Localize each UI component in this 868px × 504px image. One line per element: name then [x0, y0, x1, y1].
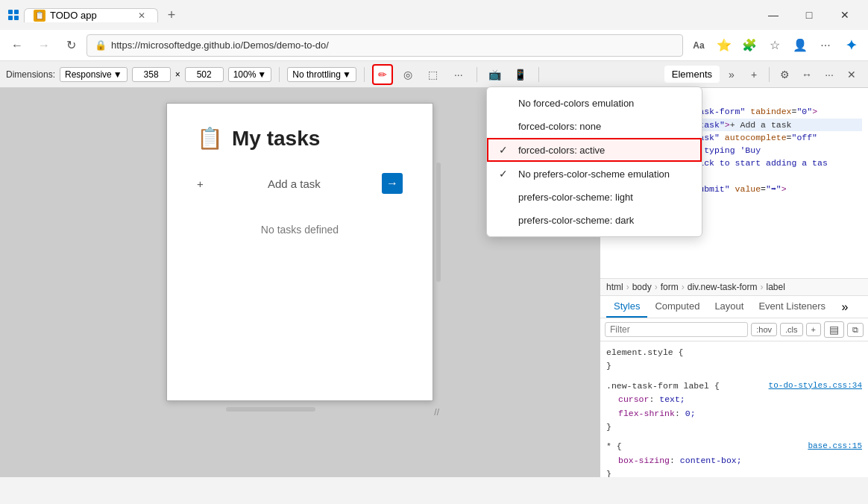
device-select[interactable]: Responsive ▼	[60, 67, 128, 82]
new-task-form-label-rule: .new-task-form label { to-do-styles.css:…	[606, 379, 862, 435]
add-task-row[interactable]: + Add a task →	[197, 173, 403, 194]
more-panel-tabs-button[interactable]: »	[721, 64, 742, 85]
title-bar: 📋 TODO app ✕ + — □ ✕	[0, 0, 868, 30]
devtools-close-button[interactable]: ✕	[841, 64, 862, 85]
scrollbar-horizontal[interactable]	[226, 407, 315, 412]
toggle-style-button[interactable]: ▤	[824, 321, 844, 338]
lock-icon: 🔒	[95, 40, 107, 51]
main-content: 📋 My tasks + Add a task → No tasks defin…	[0, 88, 868, 477]
device-frame-button[interactable]: 📱	[510, 64, 531, 85]
favorites-button[interactable]: ⭐	[713, 34, 735, 57]
more-styles-tabs-button[interactable]: »	[836, 298, 854, 316]
refresh-button[interactable]: ↻	[60, 34, 82, 57]
resize-handle[interactable]: //	[434, 407, 439, 418]
event-listeners-tab[interactable]: Event Listeners	[751, 296, 833, 318]
style-source-1[interactable]: to-do-styles.css:34	[769, 379, 862, 393]
dropdown-label-2: forced-colors: none	[518, 121, 601, 132]
computed-tab[interactable]: Computed	[647, 296, 707, 318]
active-tab[interactable]: 📋 TODO app ✕	[24, 8, 158, 22]
no-tasks-text: No tasks defined	[197, 209, 403, 251]
breadcrumb-sep-4: ›	[761, 282, 764, 292]
dropdown-item-no-forced-colors[interactable]: No forced-colors emulation	[487, 92, 702, 115]
elements-tab[interactable]: Elements	[664, 66, 720, 83]
maximize-button[interactable]: □	[792, 3, 826, 27]
rule-prop-box-sizing: box-sizing: content-box;	[606, 454, 862, 467]
rule-close-1: }	[606, 420, 862, 434]
zoom-select[interactable]: 100% ▼	[228, 67, 272, 82]
scrollbar-vertical[interactable]	[436, 163, 441, 282]
dropdown-item-forced-colors-none[interactable]: forced-colors: none	[487, 115, 702, 138]
forward-button[interactable]: →	[33, 34, 55, 57]
breadcrumb-body[interactable]: body	[632, 282, 652, 292]
dropdown-item-forced-colors-active[interactable]: ✓ forced-colors: active	[487, 138, 702, 162]
more-emulation-button[interactable]: ···	[448, 64, 469, 85]
breadcrumb-sep-2: ›	[655, 282, 658, 292]
tab-close-button[interactable]: ✕	[135, 9, 148, 22]
filter-bar: :hov .cls + ▤ ⧉	[600, 318, 868, 341]
settings-menu-button[interactable]: ···	[814, 34, 837, 57]
breadcrumb-label[interactable]: label	[767, 282, 785, 292]
check-icon-4: ✓	[499, 168, 511, 180]
layout-tab[interactable]: Layout	[707, 296, 751, 318]
window-controls: — □ ✕	[756, 3, 862, 27]
add-task-label: Add a task	[268, 177, 321, 190]
cls-filter-button[interactable]: .cls	[780, 323, 803, 336]
devtools-settings-button[interactable]: ⚙	[774, 64, 795, 85]
read-aloud-button[interactable]: Aa	[688, 34, 710, 57]
dropdown-item-prefers-light[interactable]: prefers-color-scheme: light	[487, 186, 702, 209]
breadcrumb-html[interactable]: html	[606, 282, 623, 292]
copilot-button[interactable]: ✦	[840, 34, 862, 57]
styles-content: element.style { } .new-task-form label {…	[600, 341, 868, 477]
dropdown-label-1: No forced-colors emulation	[518, 98, 634, 109]
rule-prop-flex-shrink: flex-shrink: 0;	[606, 407, 862, 420]
tab-title: TODO app	[50, 10, 130, 21]
dropdown-item-no-prefers[interactable]: ✓ No prefers-color-scheme emulation	[487, 162, 702, 186]
app-title: My tasks	[232, 127, 320, 151]
breadcrumb-sep-3: ›	[682, 282, 685, 292]
devtools-dock-button[interactable]: ↔	[796, 64, 817, 85]
divider-1	[279, 67, 280, 82]
screencast-button[interactable]: 📺	[485, 64, 506, 85]
throttle-select[interactable]: No throttling ▼	[287, 67, 356, 82]
style-source-2[interactable]: base.css:15	[808, 440, 862, 453]
new-tab-button[interactable]: +	[161, 4, 182, 25]
width-input[interactable]	[132, 67, 171, 82]
preview-frame: 📋 My tasks + Add a task → No tasks defin…	[166, 103, 433, 401]
breadcrumb-form[interactable]: form	[661, 282, 679, 292]
device-toolbar-button[interactable]: ⬚	[423, 64, 444, 85]
breadcrumb-sep-1: ›	[626, 282, 629, 292]
back-button[interactable]: ←	[6, 34, 28, 57]
throttle-value: No throttling	[292, 69, 341, 80]
styles-filter-input[interactable]	[605, 322, 748, 337]
styles-tab[interactable]: Styles	[606, 296, 647, 318]
collections-button[interactable]: ☆	[764, 34, 786, 57]
close-button[interactable]: ✕	[828, 3, 862, 27]
profile-button[interactable]: 👤	[789, 34, 811, 57]
circle-icon-button[interactable]: ◎	[397, 64, 418, 85]
rule-selector-1: .new-task-form label { to-do-styles.css:…	[606, 379, 862, 393]
add-panel-button[interactable]: +	[743, 64, 764, 85]
navigation-bar: ← → ↻ 🔒 https://microsoftedge.github.io/…	[0, 30, 868, 61]
cross-label: ×	[175, 69, 180, 80]
height-input[interactable]	[185, 67, 224, 82]
element-style-close: }	[606, 359, 862, 373]
divider-2	[364, 67, 365, 82]
copy-style-button[interactable]: ⧉	[847, 323, 864, 337]
dropdown-label-4: No prefers-color-scheme emulation	[518, 168, 670, 180]
styles-tabs: Styles Computed Layout Event Listeners »	[600, 296, 868, 318]
styles-panel: Styles Computed Layout Event Listeners »…	[600, 296, 868, 477]
hov-filter-button[interactable]: :hov	[751, 323, 777, 336]
divider-5	[769, 67, 770, 82]
address-bar[interactable]: 🔒 https://microsoftedge.github.io/Demos/…	[87, 34, 683, 57]
add-task-plus-icon: +	[197, 177, 204, 190]
minimize-button[interactable]: —	[756, 3, 790, 27]
pen-icon-button[interactable]: ✏	[372, 64, 393, 85]
add-style-button[interactable]: +	[806, 323, 821, 336]
dropdown-item-prefers-dark[interactable]: prefers-color-scheme: dark	[487, 209, 702, 232]
submit-task-button[interactable]: →	[382, 173, 403, 194]
devtools-more-button[interactable]: ···	[819, 64, 840, 85]
device-select-value: Responsive	[65, 69, 112, 80]
breadcrumb-div[interactable]: div.new-task-form	[688, 282, 758, 292]
url-text: https://microsoftedge.github.io/Demos/de…	[111, 40, 675, 51]
extensions-button[interactable]: 🧩	[738, 34, 761, 57]
